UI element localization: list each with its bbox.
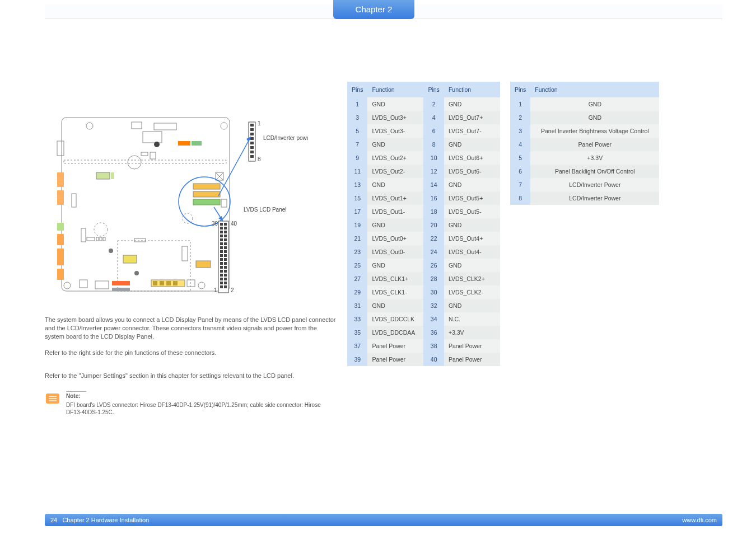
svg-rect-53: [134, 238, 146, 242]
func-cell: LVDS_Out7-: [444, 124, 500, 138]
func-cell: GND: [367, 218, 423, 232]
func-cell: +3.3V: [444, 326, 500, 339]
jumper-note: Refer to the "Jumper Settings" section i…: [45, 372, 336, 379]
func-cell: LVDS_Out5+: [444, 191, 500, 205]
svg-rect-23: [96, 172, 110, 179]
func-cell: LVDS_Out2+: [367, 151, 423, 165]
func-cell: Panel Power: [530, 138, 659, 151]
pin-cell: 36: [423, 326, 444, 339]
svg-rect-90: [220, 262, 223, 265]
pin-cell: 18: [423, 205, 444, 218]
svg-text:LCD/Inverter
power: LCD/Inverter power: [263, 135, 308, 141]
table-row: 19GND20GND: [347, 218, 500, 232]
svg-point-8: [154, 142, 160, 147]
pin-cell: 4: [510, 138, 530, 151]
note-icon: [45, 391, 60, 405]
table-row: 9LVDS_Out2+10LVDS_Out6+: [347, 151, 500, 165]
pin-cell: 39: [347, 353, 367, 366]
table-row: 11LVDS_Out2-12LVDS_Out6-: [347, 165, 500, 178]
table-row: 1GND: [510, 97, 659, 111]
th-pins: Pins: [347, 82, 367, 97]
pin-cell: 3: [347, 111, 367, 124]
pin-cell: 38: [423, 339, 444, 353]
func-cell: LVDS_Out7+: [444, 111, 500, 124]
func-cell: GND: [530, 97, 659, 111]
table-row: 33LVDS_DDCCLK34N.C.: [347, 312, 500, 326]
func-cell: LVDS_Out0+: [367, 232, 423, 245]
svg-point-55: [109, 249, 113, 253]
svg-point-4: [198, 282, 205, 289]
svg-rect-16: [57, 141, 64, 156]
svg-rect-76: [220, 235, 223, 237]
svg-rect-49: [87, 237, 95, 241]
pin-cell: 2: [510, 111, 530, 124]
svg-rect-79: [224, 238, 227, 241]
lvds-pin-table: Pins Function Pins Function 1GND2GND3LVD…: [347, 82, 500, 366]
pin-cell: 5: [347, 124, 367, 138]
func-cell: LVDS_CLK2+: [444, 272, 500, 285]
svg-rect-10: [192, 141, 202, 146]
inv-th-func: Function: [530, 82, 659, 97]
svg-rect-78: [220, 238, 223, 241]
svg-rect-27: [150, 152, 156, 159]
pin-cell: 28: [423, 272, 444, 285]
svg-rect-41: [160, 281, 164, 285]
svg-rect-28: [141, 152, 148, 156]
func-cell: GND: [444, 299, 500, 312]
func-cell: Panel Backlight On/Off Control: [530, 165, 659, 178]
svg-rect-18: [57, 190, 64, 205]
svg-rect-59: [250, 128, 254, 131]
table-row: 23LVDS_Out0-24LVDS_Out4-: [347, 245, 500, 259]
table-row: 3Panel Inverter Brightness Voltage Contr…: [510, 124, 659, 138]
svg-point-13: [94, 223, 108, 236]
svg-rect-24: [111, 172, 114, 179]
svg-rect-101: [224, 282, 227, 284]
svg-rect-54: [123, 255, 137, 263]
func-cell: GND: [444, 259, 500, 272]
svg-rect-80: [220, 242, 223, 245]
note-head: Note:: [66, 391, 86, 400]
pin-cell: 40: [423, 353, 444, 366]
pin-cell: 19: [347, 218, 367, 232]
pin1b-label: 1: [214, 287, 217, 293]
paragraph-2: Refer to the right side for the pin func…: [45, 349, 336, 357]
svg-rect-83: [224, 246, 227, 249]
table-row: 31GND32GND: [347, 299, 500, 312]
svg-rect-65: [250, 155, 254, 158]
svg-rect-26: [81, 228, 86, 242]
func-cell: LVDS_Out0-: [367, 245, 423, 259]
svg-rect-84: [220, 250, 223, 253]
pin-cell: 2: [423, 97, 444, 111]
svg-rect-72: [220, 227, 223, 229]
table-row: 7GND8GND: [347, 138, 500, 151]
svg-point-14: [183, 213, 193, 223]
func-cell: LVDS_Out4-: [444, 245, 500, 259]
pin-cell: 1: [347, 97, 367, 111]
tables-area: Pins Function Pins Function 1GND2GND3LVD…: [347, 82, 659, 366]
func-cell: LVDS_Out4+: [444, 232, 500, 245]
lvds-panel-label: LVDS LCD Panel: [244, 207, 287, 213]
pin-cell: 21: [347, 232, 367, 245]
func-cell: GND: [367, 97, 423, 111]
svg-rect-92: [220, 266, 223, 269]
th-pins2: Pins: [423, 82, 444, 97]
svg-rect-60: [250, 133, 254, 135]
pin-cell: 10: [423, 151, 444, 165]
svg-rect-100: [220, 282, 223, 284]
svg-rect-87: [224, 254, 227, 257]
paragraph-1: The system board allows you to connect a…: [45, 316, 336, 341]
func-cell: Panel Power: [367, 339, 423, 353]
svg-rect-37: [95, 281, 109, 289]
svg-rect-64: [250, 151, 254, 153]
svg-rect-5: [132, 122, 142, 129]
pin-cell: 16: [423, 191, 444, 205]
table-row: 1GND2GND: [347, 97, 500, 111]
table-row: 39Panel Power40Panel Power: [347, 353, 500, 366]
pin-cell: 17: [347, 205, 367, 218]
pin-cell: 20: [423, 218, 444, 232]
pin-cell: 22: [423, 232, 444, 245]
svg-rect-86: [220, 254, 223, 257]
table-row: 8LCD/Inverter Power: [510, 191, 659, 205]
pin-cell: 23: [347, 245, 367, 259]
svg-rect-75: [224, 231, 227, 233]
